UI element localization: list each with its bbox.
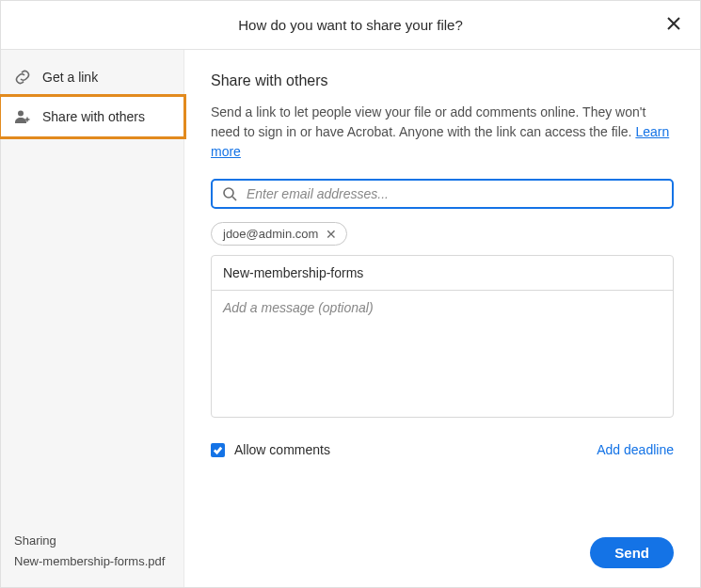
recipient-chips: jdoe@admin.com ✕ [211,222,674,246]
dialog-body: Get a link Share with others Sharing New… [1,50,700,587]
close-icon [666,16,681,35]
search-icon [222,186,237,201]
main-panel: Share with others Send a link to let peo… [184,50,700,587]
sharing-label: Sharing [14,531,170,551]
email-input-container[interactable] [211,179,674,209]
allow-comments-label: Allow comments [234,442,330,457]
send-button[interactable]: Send [590,537,674,568]
sidebar-item-get-link[interactable]: Get a link [1,57,183,97]
dialog-header: How do you want to share your file? [1,1,700,50]
checkbox-checked-icon [211,443,225,457]
message-box: New-membership-forms Add a message (opti… [211,255,674,418]
description-text: Send a link to let people view your file… [211,104,645,139]
recipient-chip[interactable]: jdoe@admin.com ✕ [211,222,347,246]
chip-remove-icon[interactable]: ✕ [326,228,337,241]
chip-email: jdoe@admin.com [223,227,318,241]
sidebar-item-label: Share with others [42,109,145,124]
link-icon [14,69,31,86]
sidebar-item-share-others[interactable]: Share with others [0,94,186,139]
email-input[interactable] [247,186,662,201]
subject-input[interactable]: New-membership-forms [212,256,673,291]
svg-point-0 [18,111,24,117]
options-row: Allow comments Add deadline [211,442,674,457]
dialog-title: How do you want to share your file? [238,17,462,33]
message-textarea[interactable]: Add a message (optional) [212,291,673,417]
sharing-filename: New-membership-forms.pdf [14,551,170,572]
sidebar-footer: Sharing New-membership-forms.pdf [1,531,183,587]
sidebar-item-label: Get a link [42,70,98,85]
send-row: Send [211,537,674,568]
people-add-icon [14,108,31,125]
sidebar: Get a link Share with others Sharing New… [1,50,184,587]
close-button[interactable] [664,16,683,35]
sidebar-items: Get a link Share with others [1,50,183,136]
svg-point-2 [224,188,233,198]
share-dialog: How do you want to share your file? Get … [0,0,701,588]
panel-description: Send a link to let people view your file… [211,103,674,162]
allow-comments-checkbox[interactable]: Allow comments [211,442,330,457]
add-deadline-link[interactable]: Add deadline [597,442,674,457]
panel-title: Share with others [211,72,674,89]
